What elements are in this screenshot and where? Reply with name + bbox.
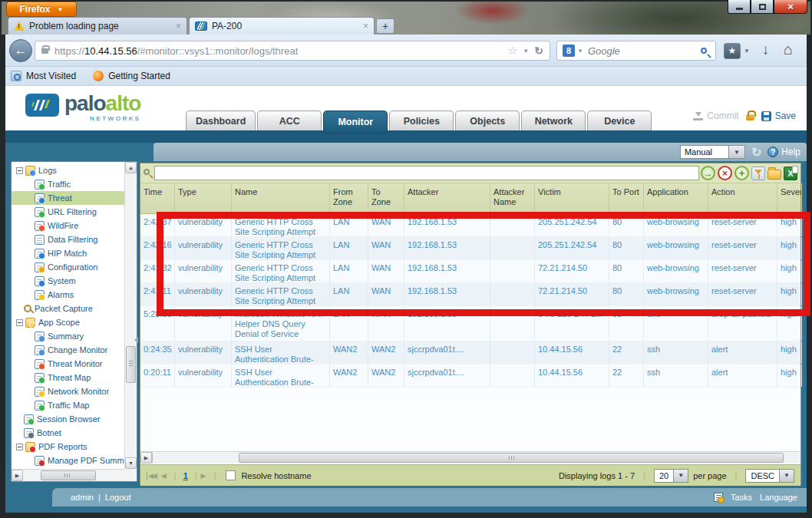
refresh-interval-select[interactable]: Manual ▼ (680, 145, 745, 159)
sidebar-item-traffic[interactable]: Traffic (12, 177, 124, 191)
sidebar-vertical-scrollbar[interactable]: ▲ ▼ (124, 162, 137, 469)
sidebar-item-threat-map[interactable]: Threat Map (12, 371, 124, 384)
save-filter-icon[interactable] (751, 167, 765, 180)
downloads-button[interactable]: ↓ (762, 41, 770, 58)
new-tab-button[interactable]: + (376, 18, 394, 34)
logout-link[interactable]: Logout (105, 493, 131, 502)
log-table-row[interactable]: 2:42:37vulnerabilityGeneric HTTP Cross S… (140, 214, 800, 237)
reload-icon[interactable]: ↻ (534, 45, 543, 57)
sidebar-item-botnet[interactable]: Botnet (12, 426, 124, 440)
log-table-row[interactable]: 0:20:11vulnerabilitySSH User Authenticat… (140, 365, 800, 388)
url-bar[interactable]: https://10.44.15.56/#monitor::vsys1::mon… (35, 41, 550, 61)
scrollbar-thumb[interactable] (41, 470, 96, 480)
cell-name[interactable]: Generic HTTP Cross Site Scripting Attemp… (232, 214, 330, 236)
cell-name[interactable]: Generic HTTP Cross Site Scripting Attemp… (232, 283, 330, 305)
chevron-down-icon[interactable]: ▼ (674, 469, 688, 483)
lock-config-icon[interactable] (746, 114, 754, 120)
bookmark-getting-started[interactable]: Getting Started (108, 71, 170, 81)
log-table-row[interactable]: 2:41:11vulnerabilityGeneric HTTP Cross S… (140, 283, 800, 306)
save-button[interactable]: Save (761, 111, 796, 121)
sidebar-item-app-scope[interactable]: App Scope (12, 315, 124, 329)
tab-acc[interactable]: ACC (257, 111, 322, 130)
tab-device[interactable]: Device (587, 111, 652, 130)
sidebar-item-threat[interactable]: Threat (12, 191, 124, 205)
sidebar-item-logs[interactable]: Logs (12, 163, 124, 177)
column-header-name[interactable]: Name (232, 183, 330, 213)
sidebar-item-url-filtering[interactable]: URL Filtering (12, 205, 124, 219)
scrollbar-thumb[interactable] (126, 346, 136, 383)
close-tab-icon[interactable]: × (176, 21, 181, 31)
tab-network[interactable]: Network (521, 111, 586, 130)
maximize-button[interactable] (751, 0, 774, 14)
resolve-hostname-checkbox[interactable] (226, 470, 236, 480)
close-tab-icon[interactable]: × (363, 21, 368, 31)
sidebar-item-packet-capture[interactable]: Packet Capture (12, 302, 124, 315)
browser-tab-pa200[interactable]: PA-200 × (189, 17, 375, 35)
cell-name[interactable]: SSH User Authentication Brute-force Atte… (232, 341, 330, 364)
scroll-right-icon[interactable]: ▶ (12, 470, 23, 481)
bookmark-most-visited[interactable]: Most Visited (26, 71, 76, 81)
bookmark-star-icon[interactable]: ☆ (507, 44, 517, 58)
collapse-icon[interactable] (16, 167, 23, 174)
scrollbar-thumb[interactable] (239, 453, 784, 463)
apply-filter-icon[interactable]: → (701, 166, 715, 180)
tab-dashboard[interactable]: Dashboard (186, 111, 256, 130)
sidebar-item-threat-monitor[interactable]: Threat Monitor (12, 357, 124, 371)
sidebar-item-change-monitor[interactable]: Change Monitor (12, 343, 124, 357)
column-header-to-zone[interactable]: To Zone (368, 183, 404, 213)
column-header-from-zone[interactable]: From Zone (330, 183, 368, 213)
column-header-attacker-name[interactable]: Attacker Name (490, 183, 535, 213)
page-number[interactable]: 1 (183, 471, 188, 480)
add-filter-icon[interactable]: + (734, 166, 749, 180)
scroll-up-icon[interactable]: ▲ (125, 162, 137, 173)
column-header-application[interactable]: Application (644, 183, 708, 213)
per-page-select[interactable]: 20 ▼ (654, 469, 688, 483)
minimize-button[interactable] (728, 0, 751, 14)
column-header-victim[interactable]: Victim (535, 183, 609, 213)
column-header-severity[interactable]: Severity (777, 183, 802, 213)
sidebar-collapse-icon[interactable] (134, 337, 138, 343)
sidebar-item-summary[interactable]: Summary (12, 329, 124, 343)
home-button[interactable]: ⌂ (784, 41, 793, 58)
column-header-action[interactable]: Action (708, 183, 777, 213)
sidebar-item-pdf-reports[interactable]: PDF Reports (12, 440, 124, 454)
show-bookmarks-button[interactable]: ★ ▼ (724, 41, 753, 60)
sidebar-item-manage-pdf-summ[interactable]: Manage PDF Summ (12, 454, 124, 467)
sidebar-item-traffic-map[interactable]: Traffic Map (12, 398, 124, 412)
sidebar-item-hip-match[interactable]: HIP Match (12, 246, 124, 260)
log-table-row[interactable]: 2:41:32vulnerabilityGeneric HTTP Cross S… (140, 260, 800, 283)
log-table-row[interactable]: 2:42:16vulnerabilityGeneric HTTP Cross S… (140, 237, 800, 260)
commit-button[interactable]: Commit (693, 111, 738, 121)
collapse-icon[interactable] (16, 444, 23, 450)
tab-monitor[interactable]: Monitor (323, 111, 388, 133)
url-dropdown-icon[interactable]: ▼ (523, 48, 529, 54)
sidebar-item-network-monitor[interactable]: Network Monitor (12, 384, 124, 398)
tasks-link[interactable]: Tasks (731, 493, 752, 502)
first-page-icon[interactable]: ◀◀ (147, 472, 156, 480)
refresh-icon[interactable]: ↻ (751, 145, 761, 160)
cell-name[interactable]: Generic HTTP Cross Site Scripting Attemp… (232, 260, 330, 282)
sidebar-item-session-browser[interactable]: Session Browser (12, 412, 124, 426)
cell-name[interactable]: SSH User Authentication Brute-force Atte… (232, 365, 330, 387)
load-filter-icon[interactable] (767, 170, 781, 180)
scroll-right-icon[interactable]: ▶ (140, 452, 152, 464)
log-table-row[interactable]: 0:24:35vulnerabilitySSH User Authenticat… (140, 341, 800, 365)
browser-tab-problem-loading[interactable]: Problem loading page × (8, 17, 187, 35)
sidebar-item-system[interactable]: System (12, 274, 124, 288)
search-bar[interactable]: 8 ▼ Google (556, 41, 716, 61)
log-filter-input[interactable] (154, 166, 699, 180)
language-link[interactable]: Language (760, 493, 797, 502)
sort-order-select[interactable]: DESC ▼ (745, 469, 794, 483)
chevron-down-icon[interactable]: ▼ (780, 469, 794, 483)
next-page-icon[interactable]: ▶ (201, 472, 205, 480)
sidebar-horizontal-scrollbar[interactable]: ◀ ▶ (12, 469, 124, 481)
help-button[interactable]: ? Help (767, 147, 800, 157)
sidebar-item-alarms[interactable]: Alarms (12, 288, 124, 302)
cell-name[interactable]: Generic HTTP Cross Site Scripting Attemp… (232, 237, 330, 259)
back-button[interactable]: ← (9, 39, 32, 62)
column-header-time[interactable]: Time (140, 183, 175, 213)
sidebar-item-wildfire[interactable]: WildFire (12, 219, 124, 233)
column-header-type[interactable]: Type (175, 183, 232, 213)
search-engine-dropdown-icon[interactable]: ▼ (577, 48, 583, 54)
table-horizontal-scrollbar[interactable]: ◀ ▶ (140, 451, 800, 464)
